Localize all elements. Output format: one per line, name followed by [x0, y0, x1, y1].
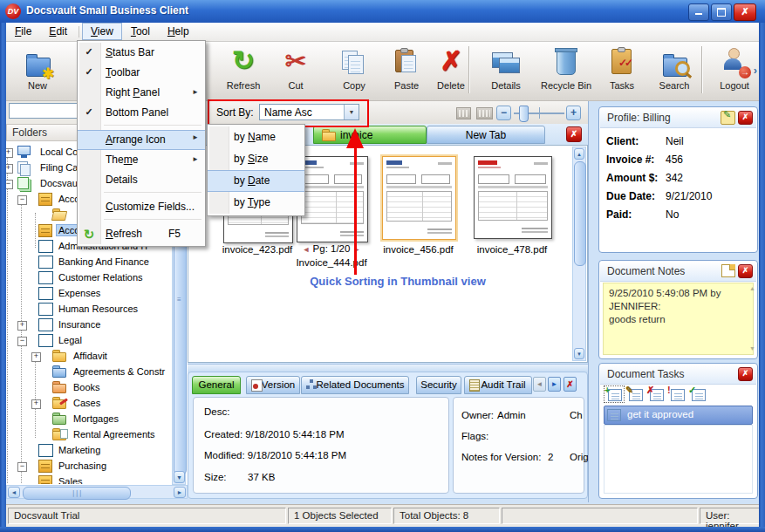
thumbs-scrollbar-thumb[interactable]: [574, 161, 586, 266]
folder-search-input[interactable]: [9, 103, 84, 119]
view-menu-item-status-bar[interactable]: ✓Status Bar: [78, 43, 205, 63]
arrange-menu-item-by-date[interactable]: by Date: [208, 170, 304, 192]
thumbnail-label[interactable]: invoice_456.pdf: [372, 244, 465, 255]
close-button[interactable]: ✗: [734, 3, 756, 21]
zoom-slider-thumb[interactable]: [519, 106, 529, 122]
maximize-button[interactable]: [711, 3, 732, 21]
minimize-button[interactable]: [688, 3, 709, 21]
scroll-right-icon[interactable]: ►: [174, 487, 186, 498]
tree-item-mortgages[interactable]: Mortgages: [71, 413, 121, 425]
complete-task-icon[interactable]: ✓: [688, 386, 707, 402]
expand-icon[interactable]: +: [31, 352, 41, 362]
menu-file[interactable]: File: [6, 23, 40, 40]
view-menu-item-theme[interactable]: Theme►: [78, 150, 205, 170]
tab-close-icon[interactable]: ✗: [566, 126, 582, 142]
view-menu-item-details[interactable]: Details: [78, 170, 205, 190]
arrange-menu-item-by-size[interactable]: by Size: [208, 148, 304, 170]
add-task-icon[interactable]: +: [604, 386, 624, 402]
tree-item-human-resources[interactable]: Human Resources: [56, 303, 140, 315]
details-tab-related-documents[interactable]: Related Documents: [301, 376, 409, 394]
tree-item-customer-relations[interactable]: Customer Relations: [56, 271, 146, 283]
close-icon[interactable]: ✗: [738, 264, 753, 278]
tree-item-insurance[interactable]: Insurance: [56, 318, 103, 331]
tree-item-cases[interactable]: Cases: [71, 397, 103, 409]
toolbar-tasks-button[interactable]: ✓✓Tasks: [598, 46, 646, 97]
expand-icon[interactable]: +: [31, 399, 41, 409]
tree-item-banking-and-finance[interactable]: Banking And Finance: [56, 256, 152, 268]
details-tab-general[interactable]: General: [192, 376, 241, 394]
note-text[interactable]: 9/25/2010 5:49:08 PM by JENNIFER: goods …: [603, 283, 754, 355]
tab-scroll-left-icon[interactable]: ◄: [533, 377, 546, 392]
toolbar-refresh-button[interactable]: ↻Refresh: [218, 46, 269, 97]
details-tab-version[interactable]: Version: [246, 376, 300, 394]
collapse-icon[interactable]: −: [17, 337, 27, 346]
thumbs-vertical-scrollbar[interactable]: ▲ ▼: [572, 147, 586, 361]
tree-item-expenses[interactable]: Expenses: [56, 287, 103, 299]
thumbnail-invoice-478-pdf[interactable]: [474, 156, 552, 239]
collapse-icon[interactable]: −: [17, 462, 27, 472]
task-row[interactable]: get it approved: [604, 406, 753, 425]
zoom-out-button[interactable]: −: [496, 106, 511, 120]
toolbar-new-button[interactable]: ✱New: [11, 46, 64, 97]
menu-help[interactable]: Help: [159, 23, 198, 40]
tree-item-legal[interactable]: Legal: [56, 334, 85, 346]
thumbnail-label[interactable]: Invoice_444.pdf: [286, 257, 377, 268]
tab-scroll-right-icon[interactable]: ►: [548, 377, 561, 392]
view-menu-item-bottom-panel[interactable]: ✓Bottom Panel: [78, 103, 205, 123]
tree-item-rental-agreements[interactable]: Rental Agreements: [71, 428, 158, 440]
note-scroll-up-icon[interactable]: ▲: [749, 285, 755, 291]
view-menu-item-customize-fields[interactable]: Customize Fields...: [78, 197, 205, 217]
scroll-down-icon[interactable]: ▼: [574, 348, 584, 359]
tree-item-sales[interactable]: Sales: [56, 475, 85, 484]
note-scroll-down-icon[interactable]: ▼: [749, 345, 755, 351]
expand-icon[interactable]: +: [17, 321, 27, 331]
tree-item-agreements-constr[interactable]: Agreements & Constr: [71, 365, 167, 378]
thumbnail-label[interactable]: invoice_478.pdf: [463, 244, 561, 255]
document-tab-invoice[interactable]: invoice: [313, 126, 427, 144]
details-tab-audit-trail[interactable]: Audit Trail: [464, 376, 532, 394]
large-thumbnails-view-icon[interactable]: [476, 107, 493, 119]
toolbar-paste-button[interactable]: Paste: [381, 46, 432, 97]
edit-task-icon[interactable]: ✎: [625, 386, 645, 402]
details-tab-security[interactable]: Security: [416, 376, 461, 394]
copy-icon: [337, 46, 372, 79]
alert-task-icon[interactable]: !: [667, 386, 686, 402]
arrange-menu-item-by-name[interactable]: by Name: [208, 126, 304, 148]
tree-hscrollbar-thumb[interactable]: ∣∣∣: [23, 487, 131, 500]
tree-horizontal-scrollbar[interactable]: ◄ ∣∣∣ ►: [6, 485, 188, 499]
zoom-in-button[interactable]: +: [566, 106, 581, 120]
details-close-icon[interactable]: ✗: [564, 377, 577, 392]
toolbar-cut-button[interactable]: ✂Cut: [271, 46, 320, 97]
scroll-left-icon[interactable]: ◄: [8, 487, 20, 498]
tree-item-marketing[interactable]: Marketing: [56, 444, 103, 456]
scroll-up-icon[interactable]: ▲: [574, 148, 584, 160]
tree-item-affidavit[interactable]: Affidavit: [71, 350, 110, 362]
document-tab-new-tab[interactable]: New Tab: [427, 126, 545, 144]
remove-task-icon[interactable]: ✗: [646, 386, 666, 402]
view-menu-item-refresh[interactable]: ↻RefreshF5: [78, 224, 205, 244]
page-prev-icon[interactable]: ◄: [302, 245, 310, 254]
arrange-menu-item-by-type[interactable]: by Type: [208, 192, 304, 214]
new-note-icon[interactable]: [721, 264, 735, 277]
tree-item-books[interactable]: Books: [71, 381, 103, 393]
edit-profile-icon[interactable]: [721, 111, 735, 125]
collapse-icon[interactable]: −: [17, 195, 27, 205]
view-menu-item-right-panel[interactable]: Right Panel►: [78, 83, 205, 103]
view-menu-item-arrange-icon[interactable]: Arrange Icon►: [78, 130, 205, 150]
toolbar-logout-button[interactable]: →Logout: [707, 46, 762, 97]
menu-view[interactable]: View: [82, 23, 122, 40]
menu-edit[interactable]: Edit: [40, 23, 76, 40]
view-menu-item-toolbar[interactable]: ✓Toolbar: [78, 63, 205, 83]
close-icon[interactable]: ✗: [738, 111, 753, 125]
menu-tool[interactable]: Tool: [122, 23, 159, 40]
toolbar-copy-button[interactable]: Copy: [327, 46, 381, 97]
toolbar-search-button[interactable]: Search: [648, 46, 700, 97]
thumbnail-pager[interactable]: ◄ Pg: 1/20 ►: [286, 243, 377, 254]
tree-item-purchasing[interactable]: Purchasing: [56, 460, 109, 472]
thumbnail-invoice-456-pdf[interactable]: [382, 156, 456, 240]
close-icon[interactable]: ✗: [738, 367, 753, 381]
toolbar-recycle-bin-button[interactable]: Recycle Bin: [535, 46, 598, 97]
thumbnail-invoice-444-pdf[interactable]: [297, 156, 368, 242]
small-thumbnails-view-icon[interactable]: [456, 107, 471, 119]
toolbar-details-button[interactable]: Details: [479, 46, 533, 97]
